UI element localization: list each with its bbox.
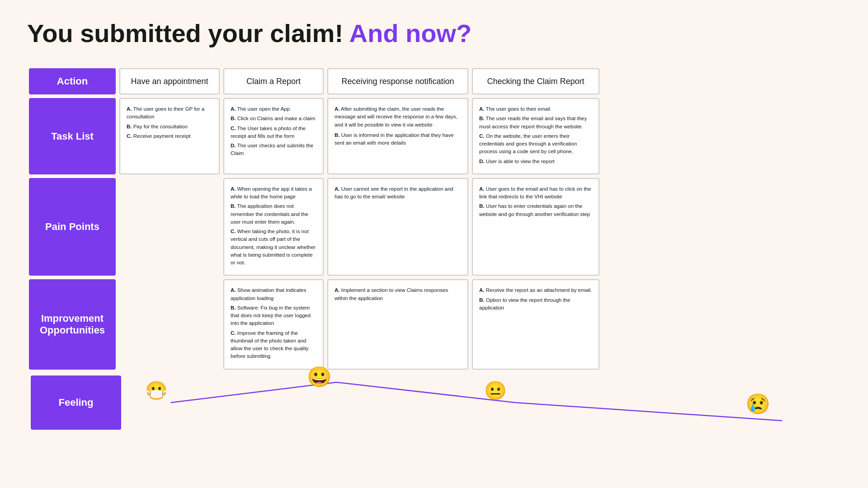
label-pain-points: Pain Points	[29, 178, 116, 276]
label-improvement: Improvement Opportunities	[29, 279, 116, 369]
feeling-chart: 😷 😀 😐 😢	[125, 373, 837, 432]
emoji-neutral: 😐	[484, 380, 507, 401]
header-appointment: Have an appointment	[119, 68, 220, 94]
journey-table: Action Have an appointment Claim a Repor…	[27, 66, 841, 371]
pain-response: A. User cannot see the report in the app…	[327, 178, 468, 276]
improvement-checking: A. Receive the report as an attachment b…	[472, 279, 599, 369]
task-response: A. After submitting the claim, the user …	[327, 98, 468, 174]
improvement-appointment-empty	[119, 279, 220, 369]
header-action: Action	[29, 68, 116, 94]
emoji-happy: 😀	[307, 365, 332, 389]
emoji-mask: 😷	[145, 380, 168, 401]
task-checking: A. The user goes to their email B. The u…	[472, 98, 599, 174]
improvement-claim-report: A. Show animation that indicates applica…	[223, 279, 324, 369]
header-response: Receiving response notification	[327, 68, 468, 94]
pain-appointment-empty	[119, 178, 220, 276]
feeling-line-chart	[125, 373, 837, 432]
label-feeling: Feeling	[31, 375, 121, 430]
label-task-list: Task List	[29, 98, 116, 174]
pain-checking: A. User goes to the email and has to cli…	[472, 178, 599, 276]
improvement-response: A. Implement a section to view Claims re…	[327, 279, 468, 369]
title-part2: And now?	[349, 19, 472, 47]
title-part1: You submitted your claim!	[27, 19, 349, 47]
task-claim-report: A. The user open the App B. Click on Cla…	[223, 98, 324, 174]
task-appointment: A. The user goes to their GP for a consu…	[119, 98, 220, 174]
page-title: You submitted your claim! And now?	[27, 18, 841, 48]
emoji-sad: 😢	[745, 392, 770, 416]
header-checking: Checking the Claim Report	[472, 68, 599, 94]
header-claim-report: Claim a Report	[223, 68, 324, 94]
pain-claim-report: A. When opening the app it takes a while…	[223, 178, 324, 276]
